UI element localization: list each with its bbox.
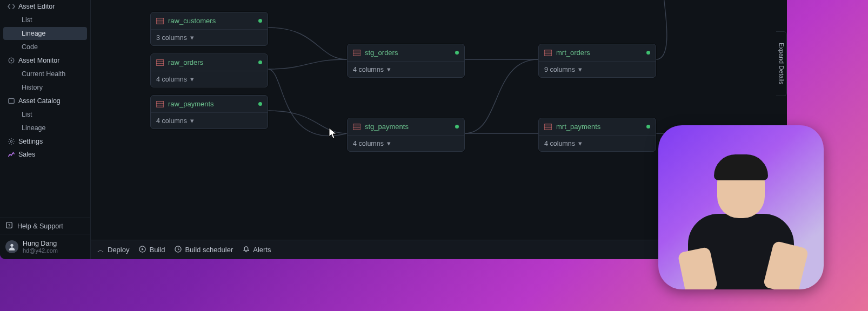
sidebar-item-label: Settings	[18, 138, 43, 145]
status-dot	[646, 125, 650, 129]
build-button[interactable]: Build	[139, 246, 165, 254]
node-columns-toggle[interactable]: 4 columns ▾	[348, 136, 464, 151]
sidebar-item-history[interactable]: History	[3, 81, 87, 94]
sidebar-item-list[interactable]: List	[3, 13, 87, 26]
node-title: mrt_orders	[556, 49, 642, 57]
status-dot	[455, 125, 459, 129]
node-title: mrt_payments	[556, 123, 642, 131]
svg-point-6	[10, 244, 13, 247]
deploy-label: Deploy	[108, 246, 129, 254]
chevron-down-icon: ▾	[190, 33, 194, 42]
chevron-down-icon: ▾	[578, 65, 582, 73]
svg-rect-19	[353, 50, 360, 56]
svg-rect-10	[156, 18, 164, 24]
svg-point-1	[11, 60, 12, 62]
status-dot	[455, 51, 459, 55]
sidebar-section-label: Asset Monitor	[18, 57, 59, 64]
chevron-up-icon: ︿	[97, 245, 104, 255]
user-profile[interactable]: Hung Dang hd@y42.com	[0, 238, 90, 256]
lineage-node-mrt-payments[interactable]: mrt_payments 4 columns ▾	[538, 118, 656, 152]
node-columns-toggle[interactable]: 4 columns ▾	[539, 136, 656, 151]
presenter-webcam	[658, 125, 824, 289]
chevron-down-icon: ▾	[578, 139, 582, 147]
alerts-label: Alerts	[253, 246, 271, 254]
sidebar-section-asset-editor[interactable]: Asset Editor	[0, 0, 90, 13]
chevron-down-icon: ▾	[387, 65, 391, 73]
lineage-node-mrt-orders[interactable]: mrt_orders 9 columns ▾	[538, 44, 656, 78]
sidebar-item-settings[interactable]: Settings	[0, 135, 90, 148]
svg-rect-16	[156, 101, 164, 107]
status-dot	[258, 102, 262, 106]
node-title: raw_orders	[168, 58, 254, 66]
lineage-node-raw-payments[interactable]: raw_payments 4 columns ▾	[150, 95, 268, 129]
node-columns-toggle[interactable]: 9 columns ▾	[539, 62, 656, 77]
sidebar-section-asset-catalog[interactable]: Asset Catalog	[0, 94, 90, 107]
lineage-node-stg-payments[interactable]: stg_payments 4 columns ▾	[347, 118, 465, 152]
sidebar-item-current-health[interactable]: Current Health	[3, 67, 87, 80]
chevron-down-icon: ▾	[387, 139, 391, 147]
code-icon	[8, 3, 15, 10]
node-columns-toggle[interactable]: 3 columns ▾	[151, 30, 268, 45]
status-dot	[646, 51, 650, 55]
svg-text:?: ?	[8, 223, 11, 228]
status-dot	[258, 60, 262, 64]
table-icon	[353, 124, 360, 130]
node-title: raw_customers	[168, 17, 254, 25]
sidebar-item-code[interactable]: Code	[3, 40, 87, 53]
node-columns-toggle[interactable]: 4 columns ▾	[348, 62, 464, 77]
node-columns-label: 4 columns	[156, 117, 187, 125]
catalog-icon	[8, 97, 15, 105]
help-support-button[interactable]: ? Help & Support	[0, 218, 90, 234]
node-columns-label: 4 columns	[353, 66, 384, 73]
svg-rect-2	[9, 99, 15, 104]
table-icon	[544, 50, 552, 56]
help-label: Help & Support	[17, 222, 63, 230]
sidebar-section-asset-monitor[interactable]: Asset Monitor	[0, 54, 90, 67]
monitor-icon	[8, 57, 15, 64]
table-icon	[353, 50, 360, 56]
sales-icon	[8, 151, 15, 158]
build-label: Build	[149, 246, 165, 254]
avatar	[5, 240, 18, 253]
sidebar-item-catalog-lineage[interactable]: Lineage	[3, 121, 87, 134]
svg-point-3	[10, 140, 12, 143]
user-email: hd@y42.com	[23, 247, 58, 254]
table-icon	[544, 124, 552, 130]
sidebar-item-lineage[interactable]: Lineage	[3, 27, 87, 40]
play-icon	[139, 246, 146, 254]
sidebar-section-label: Asset Catalog	[18, 97, 61, 105]
bell-icon	[243, 246, 250, 254]
sidebar: Asset Editor List Lineage Code Asset Mon…	[0, 0, 91, 259]
node-columns-label: 4 columns	[156, 76, 187, 83]
sidebar-item-label: Sales	[18, 151, 35, 158]
lineage-node-raw-customers[interactable]: raw_customers 3 columns ▾	[150, 12, 268, 46]
help-icon: ?	[5, 221, 13, 231]
table-icon	[156, 18, 164, 24]
alerts-button[interactable]: Alerts	[243, 246, 271, 254]
lineage-node-raw-orders[interactable]: raw_orders 4 columns ▾	[150, 53, 268, 87]
svg-rect-22	[353, 124, 360, 130]
node-title: raw_payments	[168, 100, 254, 108]
clock-icon	[175, 246, 182, 254]
node-title: stg_payments	[365, 123, 451, 131]
node-columns-label: 4 columns	[544, 140, 575, 147]
node-columns-label: 4 columns	[353, 140, 384, 147]
node-columns-label: 9 columns	[544, 66, 575, 73]
node-columns-label: 3 columns	[156, 34, 187, 42]
lineage-node-stg-orders[interactable]: stg_orders 4 columns ▾	[347, 44, 465, 78]
svg-rect-25	[544, 50, 552, 56]
sidebar-item-sales[interactable]: Sales	[0, 148, 90, 161]
presenter-figure	[682, 149, 800, 289]
sidebar-section-label: Asset Editor	[18, 3, 55, 10]
expand-details-tab[interactable]: Expand Details	[776, 31, 787, 96]
deploy-toggle[interactable]: ︿ Deploy	[97, 245, 129, 255]
node-columns-toggle[interactable]: 4 columns ▾	[151, 71, 268, 87]
chevron-down-icon: ▾	[190, 117, 194, 125]
user-name: Hung Dang	[23, 240, 58, 247]
node-columns-toggle[interactable]: 4 columns ▾	[151, 113, 268, 129]
cursor-icon	[329, 127, 337, 139]
sidebar-item-catalog-list[interactable]: List	[3, 108, 87, 121]
table-icon	[156, 101, 164, 107]
build-scheduler-button[interactable]: Build scheduler	[175, 246, 233, 254]
gear-icon	[8, 138, 15, 145]
